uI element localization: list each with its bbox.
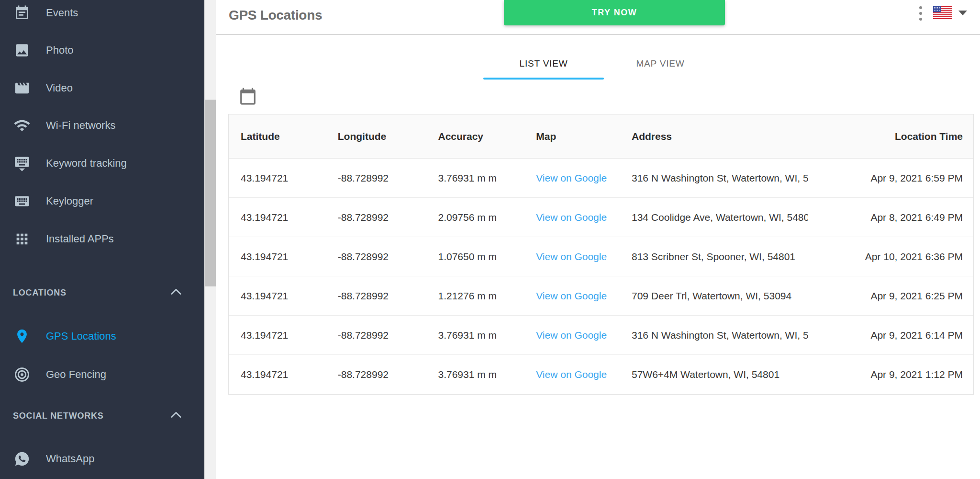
address-cell: 316 N Washington St, Watertown, WI, 5480… bbox=[620, 172, 808, 184]
sidebar: Events Photo Video Wi-Fi networks Keywor… bbox=[0, 0, 204, 479]
chevron-up-icon[interactable] bbox=[170, 288, 182, 297]
latitude-cell: 43.194721 bbox=[229, 251, 326, 262]
table-row: 43.194721 -88.728992 3.76931 m m View on… bbox=[229, 355, 973, 394]
address-cell: 134 Coolidge Ave, Watertown, WI, 54801 bbox=[620, 212, 808, 223]
address-cell: 316 N Washington St, Watertown, WI, 5480… bbox=[620, 330, 808, 341]
latitude-cell: 43.194721 bbox=[229, 212, 326, 223]
address-cell: 57W6+4M Watertown, WI, 54801 bbox=[620, 369, 808, 380]
tab-label: LIST VIEW bbox=[520, 58, 568, 69]
sidebar-scrollbar-track[interactable] bbox=[204, 0, 216, 479]
view-on-google-link[interactable]: View on Google bbox=[536, 290, 607, 301]
header-divider bbox=[216, 34, 980, 35]
column-header-longitude: Longitude bbox=[326, 131, 426, 142]
accuracy-cell: 3.76931 m m bbox=[426, 369, 524, 380]
column-header-location-time: Location Time bbox=[808, 131, 973, 142]
accuracy-cell: 1.21276 m m bbox=[426, 290, 524, 302]
sidebar-item-installed-apps[interactable]: Installed APPs bbox=[0, 228, 204, 251]
table-row: 43.194721 -88.728992 2.09756 m m View on… bbox=[229, 198, 973, 237]
calendar-filter-button[interactable] bbox=[238, 87, 257, 106]
sidebar-item-gps-locations[interactable]: GPS Locations bbox=[0, 325, 204, 348]
whatsapp-icon bbox=[13, 450, 31, 468]
table-header-row: Latitude Longitude Accuracy Map Address … bbox=[229, 114, 973, 159]
location-time-cell: Apr 10, 2021 6:36 PM bbox=[808, 251, 973, 262]
sidebar-item-geo-fencing[interactable]: Geo Fencing bbox=[0, 363, 204, 386]
sidebar-scrollbar-thumb[interactable] bbox=[205, 100, 216, 286]
table-row: 43.194721 -88.728992 3.76931 m m View on… bbox=[229, 316, 973, 355]
tab-map-view[interactable]: MAP VIEW bbox=[608, 48, 713, 80]
keyboard-icon bbox=[13, 192, 31, 210]
table-row: 43.194721 -88.728992 3.76931 m m View on… bbox=[229, 159, 973, 198]
sidebar-item-whatsapp[interactable]: WhatsApp bbox=[0, 447, 204, 470]
sidebar-item-label: Installed APPs bbox=[46, 233, 114, 245]
sidebar-section-social-networks[interactable]: SOCIAL NETWORKS bbox=[0, 406, 204, 425]
accuracy-cell: 3.76931 m m bbox=[426, 172, 524, 184]
section-label: LOCATIONS bbox=[13, 288, 67, 298]
longitude-cell: -88.728992 bbox=[326, 290, 426, 302]
calendar-icon bbox=[239, 87, 257, 105]
view-on-google-link[interactable]: View on Google bbox=[536, 369, 607, 380]
sidebar-item-label: Wi-Fi networks bbox=[46, 119, 115, 132]
apps-grid-icon bbox=[13, 230, 31, 248]
table-row: 43.194721 -88.728992 1.21276 m m View on… bbox=[229, 276, 973, 316]
sidebar-item-label: Video bbox=[46, 82, 73, 94]
gps-locations-table: Latitude Longitude Accuracy Map Address … bbox=[228, 114, 974, 395]
location-time-cell: Apr 8, 2021 6:49 PM bbox=[808, 212, 973, 223]
column-header-latitude: Latitude bbox=[229, 131, 326, 142]
us-flag-icon[interactable] bbox=[933, 6, 952, 19]
sidebar-section-locations[interactable]: LOCATIONS bbox=[0, 283, 204, 302]
photo-icon bbox=[13, 41, 31, 59]
sidebar-item-video[interactable]: Video bbox=[0, 77, 204, 100]
longitude-cell: -88.728992 bbox=[326, 330, 426, 341]
sidebar-item-keylogger[interactable]: Keylogger bbox=[0, 190, 204, 213]
wifi-icon bbox=[13, 116, 31, 135]
view-on-google-link[interactable]: View on Google bbox=[536, 251, 607, 262]
section-label: SOCIAL NETWORKS bbox=[13, 411, 104, 421]
accuracy-cell: 3.76931 m m bbox=[426, 330, 524, 341]
sidebar-item-label: Keylogger bbox=[46, 195, 93, 207]
try-now-button[interactable]: TRY NOW bbox=[504, 0, 725, 25]
sidebar-item-label: GPS Locations bbox=[46, 330, 116, 342]
table-row: 43.194721 -88.728992 1.07650 m m View on… bbox=[229, 237, 973, 276]
tab-list-view[interactable]: LIST VIEW bbox=[483, 48, 604, 80]
tab-label: MAP VIEW bbox=[636, 58, 684, 69]
view-on-google-link[interactable]: View on Google bbox=[536, 172, 607, 183]
video-icon bbox=[13, 79, 31, 97]
language-dropdown-caret-icon[interactable] bbox=[958, 11, 967, 15]
latitude-cell: 43.194721 bbox=[229, 330, 326, 341]
location-time-cell: Apr 9, 2021 6:25 PM bbox=[808, 290, 973, 302]
address-cell: 709 Deer Trl, Watertown, WI, 53094 bbox=[620, 290, 808, 302]
chevron-up-icon[interactable] bbox=[170, 411, 182, 421]
keyboard-hide-icon bbox=[13, 154, 31, 172]
sidebar-item-label: Photo bbox=[46, 44, 74, 57]
latitude-cell: 43.194721 bbox=[229, 290, 326, 302]
view-on-google-link[interactable]: View on Google bbox=[536, 212, 607, 223]
longitude-cell: -88.728992 bbox=[326, 369, 426, 380]
sidebar-item-wifi-networks[interactable]: Wi-Fi networks bbox=[0, 114, 204, 137]
longitude-cell: -88.728992 bbox=[326, 251, 426, 262]
main-area: GPS Locations TRY NOW LIST VIEW MAP V bbox=[216, 0, 980, 479]
column-header-accuracy: Accuracy bbox=[426, 131, 524, 142]
longitude-cell: -88.728992 bbox=[326, 172, 426, 184]
location-time-cell: Apr 9, 2021 6:14 PM bbox=[808, 330, 973, 341]
geo-fencing-target-icon bbox=[13, 365, 31, 384]
sidebar-item-label: Keyword tracking bbox=[46, 157, 127, 170]
event-note-icon bbox=[13, 4, 31, 22]
active-tab-underline bbox=[483, 78, 604, 80]
sidebar-item-label: WhatsApp bbox=[46, 453, 95, 465]
place-pin-icon bbox=[13, 327, 31, 345]
location-time-cell: Apr 9, 2021 1:12 PM bbox=[808, 369, 973, 380]
accuracy-cell: 2.09756 m m bbox=[426, 212, 524, 223]
column-header-address: Address bbox=[620, 131, 808, 142]
longitude-cell: -88.728992 bbox=[326, 212, 426, 223]
sidebar-item-keyword-tracking[interactable]: Keyword tracking bbox=[0, 152, 204, 175]
column-header-map: Map bbox=[524, 131, 620, 142]
location-time-cell: Apr 9, 2021 6:59 PM bbox=[808, 172, 973, 184]
kebab-menu-icon[interactable] bbox=[916, 6, 925, 21]
accuracy-cell: 1.07650 m m bbox=[426, 251, 524, 262]
latitude-cell: 43.194721 bbox=[229, 369, 326, 380]
latitude-cell: 43.194721 bbox=[229, 172, 326, 184]
view-on-google-link[interactable]: View on Google bbox=[536, 330, 607, 341]
sidebar-item-events[interactable]: Events bbox=[0, 1, 204, 24]
sidebar-item-photo[interactable]: Photo bbox=[0, 39, 204, 62]
sidebar-item-label: Geo Fencing bbox=[46, 368, 106, 381]
